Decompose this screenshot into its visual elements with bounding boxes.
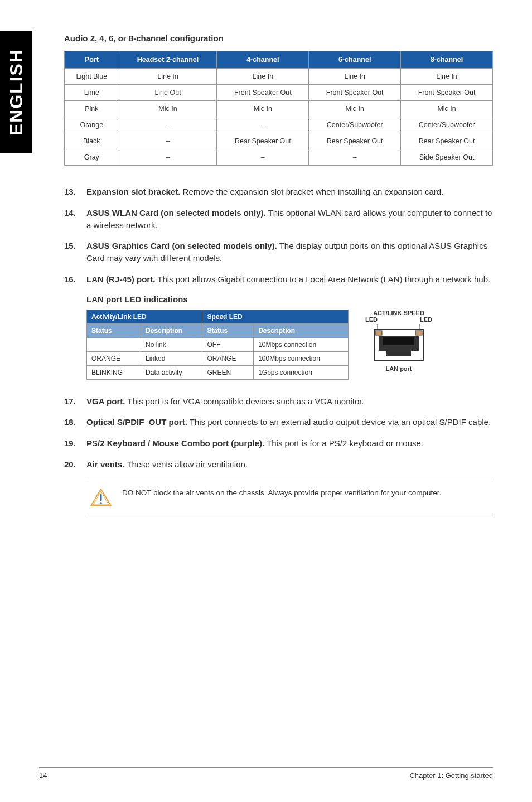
chapter-label: Chapter 1: Getting started [409,771,493,780]
list-block-1: 13.Expansion slot bracket. Remove the ex… [64,186,493,286]
cell: Rear Speaker Out [309,133,401,149]
item-bold: ASUS WLAN Card (on selected models only)… [86,208,266,218]
th-speed: Speed LED [202,310,349,323]
cell: Center/Subwoofer [309,117,401,133]
item-number: 14. [64,207,86,231]
cell: Pink [65,101,119,117]
item-text: Optical S/PDIF_OUT port. This port conne… [86,416,493,428]
item-bold: ASUS Graphics Card (on selected models o… [86,241,277,250]
item-bold: VGA port. [86,397,125,406]
cell: Black [65,133,119,149]
item-bold: PS/2 Keyboard / Mouse Combo port (purple… [86,438,264,448]
cell: Line In [309,69,401,85]
list-item: 16.LAN (RJ-45) port. This port allows Gi… [64,273,493,286]
list-block-2: 17.VGA port. This port is for VGA-compat… [64,395,493,471]
led-label-left: LED [365,316,378,323]
table-row: ORANGELinkedORANGE100Mbps connection [87,351,349,365]
cell: Center/Subwoofer [401,117,493,133]
cell: Line In [401,69,493,85]
th-6ch: 6-channel [309,51,401,69]
list-item: 18.Optical S/PDIF_OUT port. This port co… [64,416,493,428]
subhead-status: Status [202,323,254,337]
cell: No link [141,337,202,351]
th-8ch: 8-channel [401,51,493,69]
table-row: Gray–––Side Speaker Out [65,149,493,166]
item-bold: Optical S/PDIF_OUT port. [86,417,187,427]
cell: – [217,149,309,166]
item-number: 19. [64,437,86,450]
item-text: ASUS WLAN Card (on selected models only)… [86,207,493,231]
item-rest: These vents allow air ventilation. [124,460,248,469]
item-rest: This port is for VGA-compatible devices … [125,397,364,406]
cell: – [309,149,401,166]
table-row: LimeLine OutFront Speaker OutFront Speak… [65,85,493,101]
item-text: VGA port. This port is for VGA-compatibl… [86,395,493,408]
item-rest: This port is for a PS/2 keyboard or mous… [264,438,423,448]
cell: 100Mbps connection [254,351,349,365]
cell: Mic In [217,101,309,117]
table-row: Light BlueLine InLine InLine InLine In [65,69,493,85]
list-item: 13.Expansion slot bracket. Remove the ex… [64,186,493,198]
led-label-right: LED [420,316,432,323]
item-rest: Remove the expansion slot bracket when i… [180,187,443,196]
item-number: 20. [64,458,86,471]
item-number: 16. [64,273,86,286]
caution-icon [90,488,112,508]
cell: Data activity [141,365,202,379]
lan-section: Activity/Link LED Speed LED Status Descr… [86,310,493,380]
cell: Linked [141,351,202,365]
list-item: 19.PS/2 Keyboard / Mouse Combo port (pur… [64,437,493,450]
table-header-row: Port Headset 2-channel 4-channel 6-chann… [65,51,493,69]
item-bold: LAN (RJ-45) port. [86,274,155,284]
cell: Front Speaker Out [217,85,309,101]
language-tab-text: ENGLISH [6,49,27,136]
rj45-port-icon [371,324,427,363]
page-content: Audio 2, 4, 6, or 8-channel configuratio… [0,0,532,539]
item-number: 15. [64,240,86,264]
cell: Front Speaker Out [401,85,493,101]
diagram-top-label: ACT/LINK SPEED [365,310,432,316]
cell: 10Mbps connection [254,337,349,351]
cell: – [119,133,217,149]
language-tab: ENGLISH [0,31,32,153]
caution-note: DO NOT block the air vents on the chassi… [86,480,493,516]
cell: Orange [65,117,119,133]
list-item: 20.Air vents. These vents allow air vent… [64,458,493,471]
table-row: BLINKINGData activityGREEN1Gbps connecti… [87,365,349,379]
item-number: 13. [64,186,86,198]
cell: Rear Speaker Out [217,133,309,149]
lan-port-diagram: ACT/LINK SPEED LED LED LAN port [365,310,432,372]
th-4ch: 4-channel [217,51,309,69]
cell: Line In [217,69,309,85]
svg-rect-3 [375,331,382,335]
lan-led-title: LAN port LED indications [86,294,493,304]
diagram-bottom-label: LAN port [365,365,432,372]
table-row: Black–Rear Speaker OutRear Speaker OutRe… [65,133,493,149]
cell: BLINKING [87,365,141,379]
cell [87,337,141,351]
cell: ORANGE [202,351,254,365]
page-number: 14 [39,771,47,780]
cell: ORANGE [87,351,141,365]
cell: Mic In [309,101,401,117]
cell: Line Out [119,85,217,101]
item-bold: Air vents. [86,460,124,469]
cell: Rear Speaker Out [401,133,493,149]
item-text: Expansion slot bracket. Remove the expan… [86,186,493,198]
th-port: Port [65,51,119,69]
diagram-led-labels: LED LED [365,316,432,323]
cell: 1Gbps connection [254,365,349,379]
table-row: No linkOFF10Mbps connection [87,337,349,351]
cell: OFF [202,337,254,351]
cell: Mic In [401,101,493,117]
item-text: ASUS Graphics Card (on selected models o… [86,240,493,264]
item-bold: Expansion slot bracket. [86,187,180,196]
audio-config-table: Port Headset 2-channel 4-channel 6-chann… [64,51,493,166]
item-text: Air vents. These vents allow air ventila… [86,458,493,471]
list-item: 17.VGA port. This port is for VGA-compat… [64,395,493,408]
th-headset: Headset 2-channel [119,51,217,69]
table-subheader-row: Status Description Status Description [87,323,349,337]
item-rest: This port connects to an external audio … [187,417,491,427]
cell: Mic In [119,101,217,117]
cell: GREEN [202,365,254,379]
